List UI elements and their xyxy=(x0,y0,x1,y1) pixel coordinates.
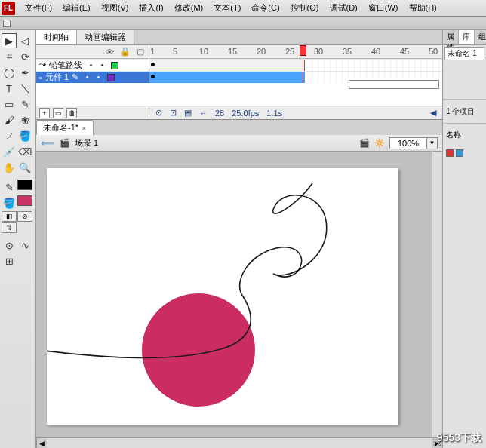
timeline-footer: + ▭ 🗑 ⊙ ⊡ ▤ ↔ 28 25.0fps 1.1s ◀ xyxy=(36,106,442,119)
toolbox: ▶ ◁ ⌗ ⟳ ◯ ✒ T ＼ ▭ ✎ 🖌 ❀ ⟋ 🪣 💉 ⌫ ✋ 🔍 ✎ 🪣 … xyxy=(0,30,36,448)
document-tabs: 未命名-1* × xyxy=(36,120,442,135)
layer-color-swatch[interactable] xyxy=(111,62,118,69)
current-frame: 28 xyxy=(215,109,224,118)
library-name-column[interactable]: 名称 xyxy=(443,123,486,146)
zoom-field[interactable]: 100% xyxy=(389,137,427,149)
text-tool-icon[interactable]: T xyxy=(2,81,17,96)
layer-label-area[interactable]: ▫ 元件 1 ✎ xyxy=(36,72,149,83)
stage-wrapper: ◀ ▶ xyxy=(36,152,442,448)
hand-tool-icon[interactable]: ✋ xyxy=(2,160,17,175)
onion-outline-icon[interactable]: ⊡ xyxy=(170,108,177,118)
no-color-icon[interactable]: ⊘ xyxy=(17,211,32,222)
3d-rotation-tool-icon[interactable]: ⟳ xyxy=(17,49,32,64)
straighten-tool-icon[interactable]: ⊞ xyxy=(2,253,17,268)
free-transform-tool-icon[interactable]: ⌗ xyxy=(2,49,17,64)
lasso-tool-icon[interactable]: ◯ xyxy=(2,65,17,80)
horizontal-scrollbar[interactable]: ◀ ▶ xyxy=(36,437,442,448)
paint-bucket-tool-icon[interactable]: 🪣 xyxy=(17,128,32,143)
edit-frames-icon[interactable]: ▤ xyxy=(184,108,192,118)
library-item-row[interactable] xyxy=(443,146,486,160)
ruler-tick: 35 xyxy=(343,47,352,56)
eraser-tool-icon[interactable]: ⌫ xyxy=(17,144,32,159)
eye-icon[interactable]: 👁 xyxy=(106,48,114,57)
center-frame-icon[interactable]: ↔ xyxy=(199,109,208,118)
layer-color-swatch[interactable] xyxy=(107,74,115,81)
subselection-tool-icon[interactable]: ◁ xyxy=(17,33,32,48)
right-panel: 属性 库 组 未命名-1 1 个项目 名称 xyxy=(442,30,486,448)
layer-name[interactable]: 元件 1 xyxy=(45,72,69,83)
outline-icon[interactable]: ▢ xyxy=(137,47,144,57)
ruler-tick: 40 xyxy=(371,47,380,56)
edit-scene-icon[interactable]: 🎬 xyxy=(359,138,370,148)
zoom-dropdown-icon[interactable]: ▼ xyxy=(427,137,438,149)
menu-text[interactable]: 文本(T) xyxy=(208,1,246,15)
menu-debug[interactable]: 调试(D) xyxy=(325,1,363,15)
zoom-tool-icon[interactable]: 🔍 xyxy=(17,160,32,175)
menu-file[interactable]: 文件(F) xyxy=(20,1,57,15)
library-item-count: 1 个项目 xyxy=(443,100,486,123)
pen-tool-icon[interactable]: ✒ xyxy=(17,65,32,80)
scene-bar: ⟸ 🎬 场景 1 🎬 🔆 100% ▼ xyxy=(36,135,442,152)
lock-icon[interactable]: 🔒 xyxy=(120,47,131,57)
new-folder-button[interactable]: ▭ xyxy=(53,108,63,118)
menu-control[interactable]: 控制(O) xyxy=(285,1,325,15)
pencil-tool-icon[interactable]: ✎ xyxy=(17,97,32,112)
menu-help[interactable]: 帮助(H) xyxy=(404,1,442,15)
bone-tool-icon[interactable]: ⟋ xyxy=(2,128,17,143)
menu-commands[interactable]: 命令(C) xyxy=(246,1,285,15)
tab-properties[interactable]: 属性 xyxy=(443,30,459,44)
tab-components[interactable]: 组 xyxy=(475,30,486,44)
menu-view[interactable]: 视图(V) xyxy=(96,1,134,15)
edit-symbol-icon[interactable]: 🔆 xyxy=(374,138,385,148)
layer-label-area[interactable]: ↷ 铅笔路线 xyxy=(36,60,149,71)
stroke-color-icon[interactable]: ✎ xyxy=(2,180,17,195)
snap-tool-icon[interactable]: ⊙ xyxy=(2,238,17,253)
scroll-left-icon[interactable]: ◀ xyxy=(36,438,47,448)
scene-name[interactable]: 场景 1 xyxy=(75,137,98,149)
scroll-left-icon[interactable]: ◀ xyxy=(430,108,436,118)
tab-motion-editor[interactable]: 动画编辑器 xyxy=(77,30,134,44)
delete-layer-button[interactable]: 🗑 xyxy=(66,108,77,118)
menu-edit[interactable]: 编辑(E) xyxy=(57,1,96,15)
line-tool-icon[interactable]: ＼ xyxy=(17,81,32,96)
new-layer-button[interactable]: + xyxy=(39,108,50,118)
menu-insert[interactable]: 插入(I) xyxy=(134,1,168,15)
document-tab[interactable]: 未命名-1* × xyxy=(36,120,94,135)
onion-skin-icon[interactable]: ⊙ xyxy=(155,108,162,118)
stage-canvas[interactable] xyxy=(47,168,398,425)
layers-header: 👁 🔒 ▢ xyxy=(36,45,149,58)
right-panel-tabs: 属性 库 组 xyxy=(443,30,486,45)
vertical-scrollbar[interactable] xyxy=(432,152,442,437)
library-document-name[interactable]: 未命名-1 xyxy=(444,47,484,60)
tab-library[interactable]: 库 xyxy=(459,30,475,44)
rectangle-tool-icon[interactable]: ▭ xyxy=(2,97,17,112)
center-area: 时间轴 动画编辑器 👁 🔒 ▢ 1 5 10 15 20 25 30 35 xyxy=(36,30,442,448)
stroke-color-swatch[interactable] xyxy=(17,180,32,190)
back-arrow-icon[interactable]: ⟸ xyxy=(41,137,55,149)
pencil-icon: ✎ xyxy=(72,72,78,82)
toolbar-button-icon[interactable] xyxy=(3,20,11,27)
close-icon[interactable]: × xyxy=(82,124,86,133)
layer-frames[interactable] xyxy=(149,60,442,71)
playhead-icon[interactable] xyxy=(300,45,306,56)
frame-ruler[interactable]: 1 5 10 15 20 25 30 35 40 45 50 55 xyxy=(149,45,442,58)
black-white-icon[interactable]: ◧ xyxy=(2,211,17,222)
layer-name[interactable]: 铅笔路线 xyxy=(49,60,82,71)
timeline-scrollbar[interactable] xyxy=(349,80,439,89)
fill-color-swatch[interactable] xyxy=(17,195,32,206)
menu-modify[interactable]: 修改(M) xyxy=(169,1,209,15)
menu-window[interactable]: 窗口(W) xyxy=(363,1,404,15)
swap-colors-icon[interactable]: ⇅ xyxy=(2,222,17,233)
timeline-layer-row[interactable]: ↷ 铅笔路线 xyxy=(36,59,442,71)
fill-color-icon[interactable]: 🪣 xyxy=(2,195,17,210)
eyedropper-tool-icon[interactable]: 💉 xyxy=(2,144,17,159)
tab-timeline[interactable]: 时间轴 xyxy=(36,30,77,44)
layer-icon: ▫ xyxy=(39,73,42,82)
main-area: ▶ ◁ ⌗ ⟳ ◯ ✒ T ＼ ▭ ✎ 🖌 ❀ ⟋ 🪣 💉 ⌫ ✋ 🔍 ✎ 🪣 … xyxy=(0,30,486,448)
smooth-tool-icon[interactable]: ∿ xyxy=(17,238,32,253)
selection-tool-icon[interactable]: ▶ xyxy=(2,33,17,48)
ruler-tick: 45 xyxy=(400,47,409,56)
ruler-tick: 25 xyxy=(285,47,294,56)
brush-tool-icon[interactable]: 🖌 xyxy=(2,112,17,127)
deco-tool-icon[interactable]: ❀ xyxy=(17,112,32,127)
